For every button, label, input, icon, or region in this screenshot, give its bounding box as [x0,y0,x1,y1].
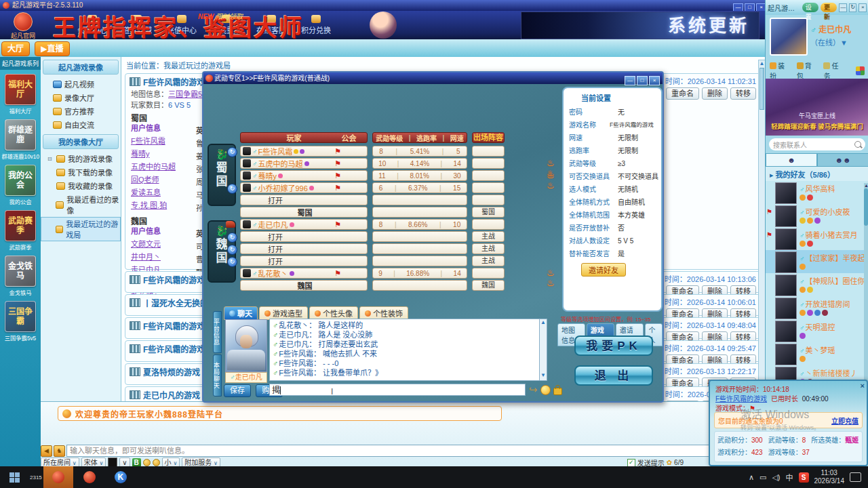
taskbar-app-qifan[interactable] [75,466,104,488]
game-tile[interactable]: 武勋赛季 [5,210,36,241]
player-name[interactable]: 走已巾凡 [258,219,288,230]
room-player-row[interactable]: ♂蓦晴y⚑11|8.01%|30♨♨ [240,170,505,181]
game-tile[interactable]: 三国争霸 [5,301,36,332]
theme-grid-icon[interactable] [856,66,865,75]
recorder-item[interactable]: 录像大厅 [41,91,121,104]
player-link[interactable]: 回Q老师 [131,175,196,185]
room-player-row[interactable]: 魏国魏国 [240,280,505,291]
room-minimize-icon[interactable]: — [625,76,635,85]
start-button[interactable] [0,466,28,488]
save-button[interactable]: 保存 [224,384,251,397]
room-player-row[interactable]: 蜀国蜀国 [240,207,505,218]
room-name-link[interactable]: F些许风霜的游戏 [715,395,767,403]
room-player-row[interactable]: ♂乱花散丶⚑9|16.88%|14♨♨ [240,268,505,279]
assistant-minimize-icon[interactable]: — [839,3,847,12]
sogou-icon[interactable]: S [799,472,809,483]
send-tip-checkbox[interactable]: ✓ [627,459,635,467]
recorder-tree-item[interactable]: ⊟我的游戏录像 [41,152,121,165]
taskbar-clock[interactable]: 11:03 2026/3/14 [814,469,845,485]
chat-tab-游戏造型[interactable]: 游戏造型 [259,306,308,320]
player-name[interactable]: 五虎中的马超 [258,158,303,169]
user-status[interactable]: （在线）▼ [810,37,848,47]
live-button[interactable]: ▶直播 [35,41,69,56]
popup-close-icon[interactable]: × [861,382,865,390]
tray-volume-icon[interactable]: ◁) [772,473,780,482]
invite-friend-button[interactable]: 邀请好友 [581,263,626,277]
recorder-item[interactable]: 官方推荐 [41,104,121,118]
player-link[interactable]: 爱读五息 [131,188,196,198]
chat-side-tab-本局聊天[interactable]: 本局聊天 [213,354,222,396]
chat-input[interactable]: 揭I [269,384,526,396]
pk-button[interactable]: 我要PK [574,336,653,356]
friend-item[interactable]: ♂【过家家】半夜起 [766,250,868,273]
assistant-refresh-icon[interactable]: ↻ [849,3,857,12]
row-name-box[interactable]: ↻♂F些许风霜⚑ [240,146,368,157]
record-title[interactable]: F些许风霜的游戏 [143,274,205,285]
record-title[interactable]: F些许风霜的游戏 [143,320,205,331]
row-name-box[interactable]: ♂走已巾凡⚑ [240,219,368,230]
tab-groups[interactable]: ☻☻ [817,153,868,167]
user-avatar[interactable] [770,18,808,56]
game-tile[interactable]: 福利大厅 [5,74,36,105]
game-tile[interactable]: 金戈铁马 [5,256,36,287]
row-name-box[interactable]: ♂五虎中的马超⚑ [240,158,368,169]
room-player-row[interactable]: ♂五虎中的马超⚑10|4.14%|14♨♨ [240,158,505,169]
swap-icon[interactable]: ↻ [227,245,237,255]
player-name[interactable]: F些许风霜 [258,146,293,157]
chat-scrollbar[interactable]: ▲▼ [539,319,547,381]
exit-button[interactable]: 退 出 [574,365,653,386]
row-name-box[interactable]: ♂蓦晴y⚑ [240,170,368,181]
prev-icon[interactable]: ◀ [41,445,52,457]
recorder-tree-item[interactable]: 我下载的录像 [41,165,121,179]
friend-item[interactable]: ♂天明温控 [766,319,868,342]
quick-action-任务[interactable]: 任务 [823,60,845,81]
row-name-box[interactable]: ↻♂小乔初嫁了996⚑ [240,182,368,193]
hall-button[interactable]: 大厅 [1,41,30,56]
quick-action-装扮[interactable]: 装扮 [770,60,791,81]
recorder-tree-item[interactable]: 我收藏的录像 [41,179,121,192]
swap-icon[interactable]: ↻ [227,232,237,243]
room-player-row[interactable]: ↻♂小乔初嫁了996⚑6|6.37%|15 [240,182,505,193]
assistant-update-button[interactable]: 更新 [821,3,837,12]
room-player-row[interactable]: ↻♂F些许风霜⚑8|5.41%|5 [240,146,505,157]
notification-icon[interactable] [850,472,861,482]
friend-item[interactable]: ♂美丶梦瑶 [766,342,868,365]
send-icon[interactable]: ↩ [529,384,538,396]
row-name-box[interactable]: 蜀国 [240,207,368,218]
row-name-box[interactable]: ↻打开 [240,243,368,254]
chat-side-tab-平台信息[interactable]: 平台信息 [213,311,222,353]
assistant-settings-button[interactable]: 设置 [802,3,818,12]
friend-group-header[interactable]: ▸ 我的好友（5/86） [766,167,868,181]
friend-item[interactable]: ⚑♂骑着小猪去赏月 [766,227,868,250]
swap-icon[interactable]: ↻ [227,184,237,194]
quick-action-背包[interactable]: 背包 [797,60,818,81]
room-player-row[interactable]: ↻打开主战 [240,231,505,242]
room-player-row[interactable]: 打开 [240,195,505,205]
player-name[interactable]: 小乔初嫁了996 [258,182,308,193]
swap-icon[interactable]: ↻ [227,257,237,267]
room-close-icon[interactable]: × [649,76,660,85]
row-name-box[interactable]: ↻打开 [240,256,368,266]
emoji-icon[interactable] [540,385,551,395]
player-link[interactable]: 蓦晴y [131,149,196,159]
record-title[interactable]: 夏洛特烦的游戏 [143,366,200,378]
chat-tab-聊天[interactable]: 聊天 [224,306,258,320]
scroll-up-icon[interactable]: ▲ [759,60,765,67]
friend-item[interactable]: ♂【神规队】圈住你 [766,273,868,296]
taskbar-app-qifan-active[interactable] [43,466,73,488]
room-player-row[interactable]: ↻打开主战 [240,256,505,266]
player-link[interactable]: 五虎中的马超 [131,162,196,172]
row-name-box[interactable]: 魏国 [240,280,368,291]
brand-logo[interactable]: 起凡官网 [5,12,41,39]
player-name[interactable]: 蓦晴y [258,170,277,181]
tray-up-icon[interactable]: ∧ [749,473,754,482]
player-link[interactable]: 专.找.图.狛 [131,201,196,211]
chat-tab-个性头像[interactable]: 个性头像 [309,306,358,320]
system-update-banner[interactable]: 系统更新 [521,12,760,39]
lock-icon[interactable] [553,388,562,395]
game-tile[interactable]: 群雄逐鹿 [5,119,36,150]
friend-item[interactable]: ♂开放进错房间 [766,296,868,319]
scroll-thumb[interactable] [760,68,764,110]
player-link[interactable]: 井中月丶 [131,252,196,262]
recorder-tree-item[interactable]: 我最近看过的录像 [41,192,121,217]
